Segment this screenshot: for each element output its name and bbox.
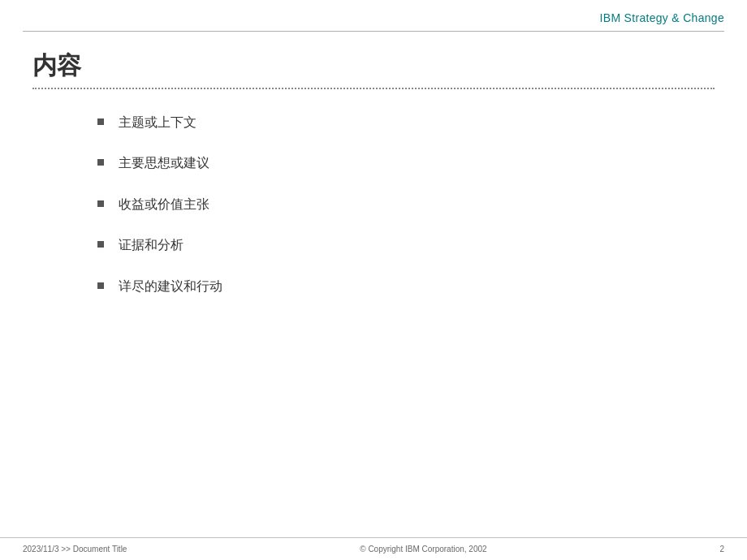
bullet-icon	[97, 241, 104, 248]
bullet-icon	[97, 159, 104, 166]
footer-copyright: © Copyright IBM Corporation, 2002	[360, 545, 486, 554]
bullet-icon	[97, 200, 104, 207]
slide: IBM Strategy & Change 内容 主题或上下文 主要思想或建议 …	[0, 0, 747, 560]
dotted-divider	[32, 88, 715, 89]
bullet-icon	[97, 282, 104, 289]
page-title: 内容	[32, 50, 715, 83]
main-content: 内容 主题或上下文 主要思想或建议 收益或价值主张 证据和分析	[0, 32, 747, 537]
bullet-icon	[97, 118, 104, 125]
bullet-text-3: 收益或价值主张	[119, 196, 209, 213]
list-item: 详尽的建议和行动	[97, 278, 715, 295]
brand-title: IBM Strategy & Change	[600, 11, 724, 24]
list-item: 收益或价值主张	[97, 196, 715, 213]
list-item: 主要思想或建议	[97, 154, 715, 172]
bullet-list: 主题或上下文 主要思想或建议 收益或价值主张 证据和分析 详尽的建议和行动	[97, 114, 715, 295]
list-item: 主题或上下文	[97, 114, 715, 131]
footer: 2023/11/3 >> Document Title © Copyright …	[0, 537, 747, 560]
list-item: 证据和分析	[97, 236, 715, 254]
footer-date-title: 2023/11/3 >> Document Title	[23, 545, 127, 554]
bullet-text-5: 详尽的建议和行动	[119, 278, 222, 295]
footer-page-number: 2	[719, 545, 724, 554]
bullet-text-2: 主要思想或建议	[119, 154, 209, 172]
bullet-text-4: 证据和分析	[119, 236, 184, 254]
header: IBM Strategy & Change	[0, 0, 747, 31]
bullet-text-1: 主题或上下文	[119, 114, 196, 131]
